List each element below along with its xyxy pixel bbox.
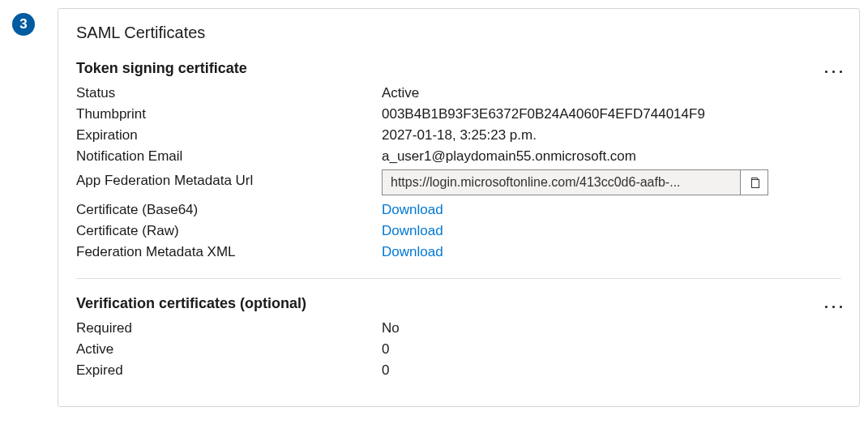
token-signing-section: Token signing certificate Status Active … xyxy=(76,60,841,260)
card-title: SAML Certificates xyxy=(76,24,841,42)
cert-base64-label: Certificate (Base64) xyxy=(76,202,382,218)
active-label: Active xyxy=(76,341,382,358)
expired-row: Expired 0 xyxy=(76,362,841,379)
token-signing-more-button[interactable] xyxy=(817,62,849,81)
required-row: Required No xyxy=(76,320,841,336)
step-badge: 3 xyxy=(12,13,35,36)
expiration-label: Expiration xyxy=(76,127,382,144)
copy-icon xyxy=(748,176,761,189)
fed-metadata-xml-download-link[interactable]: Download xyxy=(382,244,443,260)
notification-email-label: Notification Email xyxy=(76,148,382,165)
token-signing-header: Token signing certificate xyxy=(76,60,841,77)
status-row: Status Active xyxy=(76,85,841,101)
expiration-row: Expiration 2027-01-18, 3:25:23 p.m. xyxy=(76,127,841,144)
verification-section: Verification certificates (optional) Req… xyxy=(76,295,841,379)
thumbprint-row: Thumbprint 003B4B1B93F3E6372F0B24A4060F4… xyxy=(76,106,841,122)
token-signing-title: Token signing certificate xyxy=(76,60,247,77)
cert-base64-row: Certificate (Base64) Download xyxy=(76,202,841,218)
metadata-url-field: https://login.microsoftonline.com/413cc0… xyxy=(382,169,768,195)
required-value: No xyxy=(382,320,400,336)
notification-email-value: a_user1@playdomain55.onmicrosoft.com xyxy=(382,148,636,165)
saml-certificates-card: SAML Certificates Token signing certific… xyxy=(58,8,860,407)
metadata-url-row: App Federation Metadata Url https://logi… xyxy=(76,169,841,195)
verification-more-button[interactable] xyxy=(817,297,849,316)
thumbprint-value: 003B4B1B93F3E6372F0B24A4060F4EFD744014F9 xyxy=(382,106,705,122)
expired-label: Expired xyxy=(76,362,382,379)
expiration-value: 2027-01-18, 3:25:23 p.m. xyxy=(382,127,537,144)
section-divider xyxy=(76,278,841,279)
active-value: 0 xyxy=(382,341,389,358)
fed-metadata-xml-label: Federation Metadata XML xyxy=(76,244,382,260)
fed-metadata-xml-row: Federation Metadata XML Download xyxy=(76,244,841,260)
thumbprint-label: Thumbprint xyxy=(76,106,382,122)
expired-value: 0 xyxy=(382,362,389,379)
copy-metadata-url-button[interactable] xyxy=(741,169,768,195)
active-row: Active 0 xyxy=(76,341,841,358)
cert-raw-row: Certificate (Raw) Download xyxy=(76,223,841,239)
cert-raw-label: Certificate (Raw) xyxy=(76,223,382,239)
status-value: Active xyxy=(382,85,419,101)
required-label: Required xyxy=(76,320,382,336)
verification-header: Verification certificates (optional) xyxy=(76,295,841,312)
cert-raw-download-link[interactable]: Download xyxy=(382,223,443,239)
metadata-url-label: App Federation Metadata Url xyxy=(76,169,382,189)
saml-certificates-container: 3 SAML Certificates Token signing certif… xyxy=(0,0,868,415)
notification-email-row: Notification Email a_user1@playdomain55.… xyxy=(76,148,841,165)
svg-rect-0 xyxy=(751,180,759,188)
status-label: Status xyxy=(76,85,382,101)
verification-title: Verification certificates (optional) xyxy=(76,295,306,312)
metadata-url-input[interactable]: https://login.microsoftonline.com/413cc0… xyxy=(382,169,741,195)
cert-base64-download-link[interactable]: Download xyxy=(382,202,443,218)
